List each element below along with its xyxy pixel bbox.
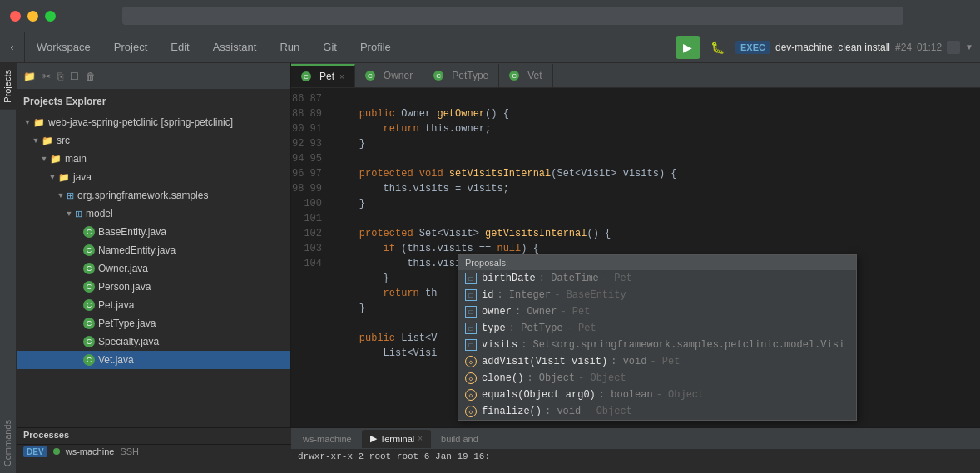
status-dot [53,448,60,455]
tree-item-baseentity[interactable]: C BaseEntity.java [17,223,290,241]
code-area[interactable]: 86 87 88 89 90 91 92 93 94 95 96 97 98 9… [291,88,980,427]
bottom-tab-wsmachine[interactable]: ws-machine [294,430,360,448]
bottom-editor-bar: ws-machine ▶ Terminal × build and drwxr-… [291,427,980,473]
processes-title: Processes [17,428,291,445]
ac-item-finalize[interactable]: ◇ finalize() : void - Object [458,403,856,420]
autocomplete-header: Proposals: [458,255,856,270]
ws-machine-label: ws-machine [66,446,115,456]
tab-pet[interactable]: C Pet × [291,64,355,87]
menu-bar: ‹ Workspace Project Edit Assistant Run G… [0,32,980,63]
field-icon: □ [465,339,477,351]
menu-edit[interactable]: Edit [159,32,200,63]
delete-icon[interactable]: 🗑 [86,71,96,82]
maximize-button[interactable] [45,11,56,22]
tree-item-owner[interactable]: C Owner.java [17,259,290,278]
tree-item-pet[interactable]: C Pet.java [17,296,290,314]
menu-assistant[interactable]: Assistant [201,32,269,63]
bottom-tabs: ws-machine ▶ Terminal × build and [291,428,980,450]
new-file-icon[interactable]: ☐ [70,71,79,82]
traffic-lights [10,11,56,22]
ac-item-addvisit[interactable]: ◇ addVisit(Visit visit) : void - Pet [458,353,856,370]
method-icon: ◇ [465,356,477,367]
title-bar [0,0,980,32]
bottom-tab-build[interactable]: build and [433,430,487,448]
ac-item-visits[interactable]: □ visits : Set<org.springframework.sampl… [458,337,856,353]
tree-item-org[interactable]: ▼ ⊞ org.springframework.samples [17,186,290,204]
tree-item-person[interactable]: C Person.java [17,278,290,296]
method-icon: ◇ [465,406,477,417]
method-icon: ◇ [465,389,477,401]
editor-area: C Pet × C Owner C PetType C Vet [291,63,980,473]
tab-close-terminal[interactable]: × [418,434,423,443]
panel-toolbar: 📁 ✂ ⎘ ☐ 🗑 [17,63,290,90]
folder-icon[interactable]: 📁 [23,71,36,82]
menu-git[interactable]: Git [311,32,349,63]
ac-item-clone[interactable]: ◇ clone() : Object - Object [458,370,856,387]
run-button[interactable]: ▶ [676,36,700,59]
tree-item-main[interactable]: ▼ 📁 main [17,150,290,168]
tree-item-namedentity[interactable]: C NamedEntity.java [17,241,290,259]
bottom-tab-terminal[interactable]: ▶ Terminal × [362,430,431,448]
sidebar-projects-label[interactable]: Projects [0,63,16,110]
menu-profile[interactable]: Profile [349,32,403,63]
sidebar-commands-label[interactable]: Commands [0,413,16,473]
debug-button[interactable]: 🐛 [705,36,730,59]
editor-tabs: C Pet × C Owner C PetType C Vet [291,63,980,88]
ssh-label: SSH [120,446,139,456]
terminal-content-text: drwxr-xr-x 2 root root 6 Jan 19 16: [298,451,490,461]
tab-vet[interactable]: C Vet [499,64,552,87]
dev-badge: DEV [23,446,47,457]
tree-item-specialty[interactable]: C Specialty.java [17,333,290,351]
field-icon: □ [465,323,477,334]
exec-label: EXEC [735,41,770,54]
field-icon: □ [465,289,477,301]
close-button[interactable] [10,11,21,22]
ac-item-birthdate[interactable]: □ birthDate : DateTime - Pet [458,270,856,287]
nav-back-button[interactable]: ‹ [0,32,25,63]
exec-time: 01:12 [917,42,942,53]
field-icon: □ [465,273,477,284]
ac-item-owner[interactable]: □ owner : Owner - Pet [458,303,856,320]
processes-panel: Processes DEV ws-machine SSH [17,427,291,473]
ac-item-equals[interactable]: ◇ equals(Object arg0) : boolean - Object [458,387,856,403]
tab-close-pet[interactable]: × [339,72,344,81]
stop-button[interactable] [947,41,960,54]
minimize-button[interactable] [27,11,38,22]
menu-workspace[interactable]: Workspace [25,32,102,63]
tree-item-pettype[interactable]: C PetType.java [17,314,290,333]
ac-item-id[interactable]: □ id : Integer - BaseEntity [458,287,856,303]
tab-pettype[interactable]: C PetType [423,64,499,87]
tab-owner[interactable]: C Owner [355,64,423,87]
menu-project[interactable]: Project [102,32,159,63]
tree-item-java[interactable]: ▼ 📁 java [17,168,290,186]
bottom-terminal-content: drwxr-xr-x 2 root root 6 Jan 19 16: [291,450,980,473]
tree-item-root[interactable]: ▼ 📁 web-java-spring-petclinic [spring-pe… [17,113,290,131]
projects-panel: 📁 ✂ ⎘ ☐ 🗑 Projects Explorer ▼ 📁 web-java… [17,63,291,473]
exec-command[interactable]: dev-machine: clean install [775,42,890,53]
file-tree: ▼ 📁 web-java-spring-petclinic [spring-pe… [17,113,290,427]
line-numbers: 86 87 88 89 90 91 92 93 94 95 96 97 98 9… [291,88,329,427]
exec-number: #24 [895,42,912,53]
field-icon: □ [465,306,477,318]
tree-item-vet[interactable]: C Vet.java [17,351,290,369]
method-icon: ◇ [465,372,477,384]
toolbar-right: ▶ 🐛 EXEC dev-machine: clean install #24 … [676,36,980,59]
tree-item-model[interactable]: ▼ ⊞ model [17,204,290,223]
dropdown-arrow[interactable]: ▼ [965,42,973,52]
menu-run[interactable]: Run [268,32,311,63]
processes-content: DEV ws-machine SSH [17,445,291,458]
autocomplete-popup: Proposals: □ birthDate : DateTime - Pet … [458,254,857,421]
tree-item-src[interactable]: ▼ 📁 src [17,131,290,150]
sidebar-vertical: Projects Commands [0,63,17,473]
copy-icon[interactable]: ⎘ [57,71,63,82]
panel-title: Projects Explorer [17,90,290,113]
title-bar-search[interactable] [122,7,903,25]
terminal-icon: ▶ [370,433,377,444]
menu-items: Workspace Project Edit Assistant Run Git… [25,32,403,63]
ac-item-type[interactable]: □ type : PetType - Pet [458,320,856,337]
cut-icon[interactable]: ✂ [42,71,51,82]
